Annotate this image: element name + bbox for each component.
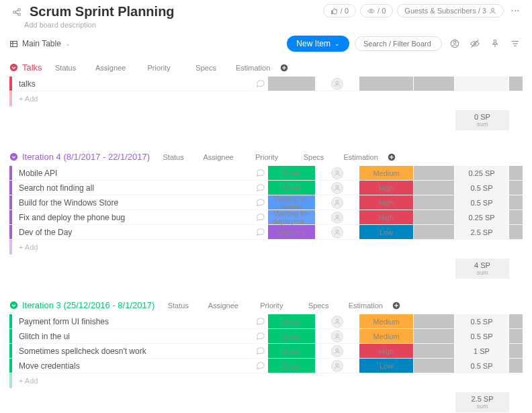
board-title[interactable]: Scrum Sprint Planning	[30, 4, 175, 19]
table-row[interactable]: Dev of the DayOngoingLow2.5 SP	[9, 225, 523, 240]
chat-icon[interactable]	[254, 344, 267, 358]
new-item-button[interactable]: New Item ⌄	[287, 36, 349, 52]
priority-cell[interactable]: Medium	[359, 329, 413, 343]
eye-off-icon[interactable]	[468, 38, 482, 50]
row-name[interactable]: talks	[12, 77, 254, 91]
col-assignee[interactable]: Assignee	[197, 153, 240, 161]
assignee-cell[interactable]	[316, 225, 359, 239]
priority-cell[interactable]: Medium	[359, 166, 413, 180]
status-cell[interactable]	[268, 77, 315, 91]
status-cell[interactable]: Done	[268, 181, 315, 195]
specs-cell[interactable]	[414, 329, 454, 343]
view-selector[interactable]: Main Table ⌄	[9, 39, 71, 48]
assignee-cell[interactable]	[316, 181, 359, 195]
status-cell[interactable]: Done	[268, 314, 315, 328]
col-estimation[interactable]: Estimation	[334, 153, 388, 161]
add-row[interactable]: + Add	[9, 240, 523, 255]
row-name[interactable]: Search not finding all	[12, 181, 254, 195]
table-row[interactable]: Mobile APIDoneMedium0.25 SP	[9, 166, 523, 181]
search-input[interactable]	[355, 36, 442, 51]
collapse-icon[interactable]	[9, 301, 18, 310]
row-name[interactable]: Fix and deploy the phone bug	[12, 210, 254, 224]
person-icon[interactable]	[447, 38, 462, 50]
more-icon[interactable]	[508, 5, 523, 17]
specs-cell[interactable]	[414, 314, 454, 328]
row-name[interactable]: Mobile API	[12, 166, 254, 180]
estimation-cell[interactable]: 0.5 SP	[455, 195, 508, 210]
assignee-cell[interactable]	[316, 329, 359, 343]
row-name[interactable]: Build for the Windows Store	[12, 195, 254, 210]
collapse-icon[interactable]	[9, 63, 18, 72]
row-name[interactable]: Sometimes spellcheck doesn't work	[12, 344, 254, 358]
row-name[interactable]: Dev of the Day	[12, 225, 254, 239]
col-estimation[interactable]: Estimation	[339, 302, 392, 310]
chat-icon[interactable]	[254, 166, 267, 180]
status-cell[interactable]: Waiting for deployme...	[268, 210, 315, 224]
priority-cell[interactable]: High	[359, 195, 413, 210]
chat-icon[interactable]	[254, 359, 267, 373]
chat-icon[interactable]	[254, 210, 267, 224]
status-cell[interactable]: Done	[268, 344, 315, 358]
status-cell[interactable]: Done	[268, 329, 315, 343]
estimation-cell[interactable]: 0.25 SP	[455, 210, 508, 224]
status-cell[interactable]: Ongoing	[268, 225, 315, 239]
add-row-label[interactable]: + Add	[12, 243, 523, 251]
col-priority[interactable]: Priority	[245, 302, 298, 310]
share-icon[interactable]	[9, 6, 24, 18]
status-cell[interactable]: Done	[268, 359, 315, 373]
add-row[interactable]: + Add	[9, 373, 523, 388]
priority-cell[interactable]: Medium	[359, 314, 413, 328]
add-column-button[interactable]	[388, 153, 401, 161]
add-row-label[interactable]: + Add	[12, 377, 523, 385]
col-specs[interactable]: Specs	[298, 302, 339, 310]
chat-icon[interactable]	[254, 314, 267, 328]
table-row[interactable]: Build for the Windows StoreWaiting for r…	[9, 195, 523, 210]
col-specs[interactable]: Specs	[294, 153, 334, 161]
row-name[interactable]: Move credentials	[12, 359, 254, 373]
collapse-icon[interactable]	[9, 152, 18, 161]
add-column-button[interactable]	[392, 302, 406, 310]
priority-cell[interactable]: High	[359, 210, 413, 224]
chat-icon[interactable]	[254, 195, 267, 210]
col-estimation[interactable]: Estimation	[226, 64, 280, 72]
table-row[interactable]: Sometimes spellcheck doesn't workDoneHig…	[9, 344, 523, 359]
views-pill[interactable]: / 0	[360, 4, 393, 17]
priority-cell[interactable]: Low	[359, 225, 413, 239]
specs-cell[interactable]	[414, 344, 454, 358]
table-row[interactable]: talks	[9, 77, 523, 91]
table-row[interactable]: Move credentialsDoneLow0.5 SP	[9, 359, 523, 373]
filter-icon[interactable]	[508, 38, 523, 50]
pin-icon[interactable]	[488, 38, 502, 50]
col-priority[interactable]: Priority	[132, 64, 186, 72]
status-cell[interactable]: Waiting for review	[268, 195, 315, 210]
priority-cell[interactable]: High	[359, 344, 413, 358]
thumbs-up-pill[interactable]: / 0	[323, 4, 356, 17]
specs-cell[interactable]	[414, 359, 454, 373]
table-row[interactable]: Payment form UI finishesDoneMedium0.5 SP	[9, 314, 523, 329]
group-title[interactable]: Iteration 4 (8/1/2017 - 22/1/2017)	[22, 152, 150, 162]
estimation-cell[interactable]: 0.25 SP	[455, 166, 508, 180]
assignee-cell[interactable]	[316, 166, 359, 180]
specs-cell[interactable]	[414, 181, 454, 195]
estimation-cell[interactable]: 0.5 SP	[455, 359, 508, 373]
estimation-cell[interactable]: 0.5 SP	[455, 329, 508, 343]
add-column-button[interactable]	[280, 64, 294, 72]
col-assignee[interactable]: Assignee	[202, 302, 245, 310]
add-row-label[interactable]: + Add	[12, 95, 523, 103]
assignee-cell[interactable]	[316, 195, 359, 210]
row-name[interactable]: Payment form UI finishes	[12, 314, 254, 328]
add-row[interactable]: + Add	[9, 91, 523, 106]
assignee-cell[interactable]	[316, 359, 359, 373]
chat-icon[interactable]	[254, 329, 267, 343]
assignee-cell[interactable]	[316, 210, 359, 224]
specs-cell[interactable]	[414, 77, 454, 91]
chat-icon[interactable]	[254, 181, 267, 195]
table-row[interactable]: Glitch in the uiDoneMedium0.5 SP	[9, 329, 523, 344]
col-status[interactable]: Status	[42, 64, 89, 72]
estimation-cell[interactable]	[455, 77, 508, 91]
chat-icon[interactable]	[254, 225, 267, 239]
chat-icon[interactable]	[254, 77, 267, 91]
group-title[interactable]: Talks	[22, 62, 42, 73]
row-name[interactable]: Glitch in the ui	[12, 329, 254, 343]
assignee-cell[interactable]	[316, 314, 359, 328]
